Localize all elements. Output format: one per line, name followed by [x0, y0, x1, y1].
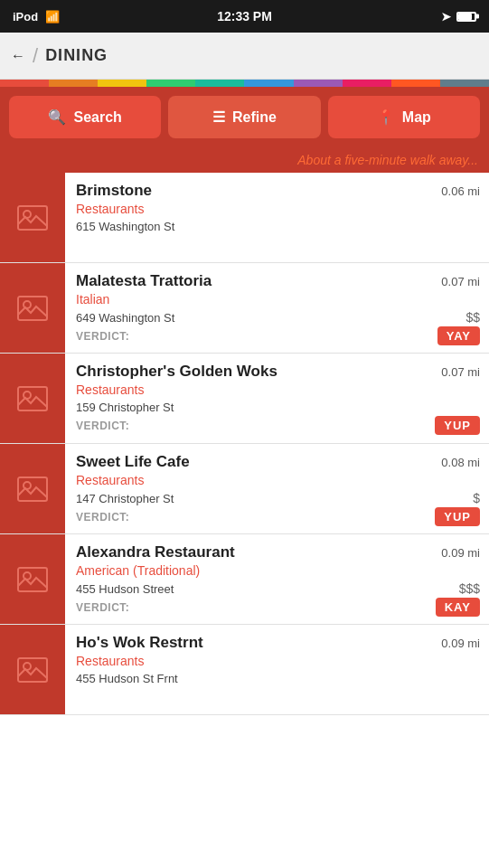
restaurant-distance: 0.08 mi [441, 456, 480, 469]
header-slash: / [33, 44, 38, 68]
verdict-row: VERDICT:KAY [76, 598, 480, 617]
wifi-icon: 📶 [45, 10, 60, 24]
restaurant-footer: 159 Christopher St [76, 401, 480, 414]
status-right: ➤ [441, 10, 476, 24]
restaurant-info: Ho's Wok Restrnt0.09 miRestaurants455 Hu… [65, 625, 489, 714]
verdict-badge: KAY [436, 598, 480, 617]
refine-icon: ☰ [212, 108, 225, 126]
map-button[interactable]: 📍 Map [328, 96, 480, 138]
restaurant-thumb [0, 354, 65, 443]
restaurant-name-row: Malatesta Trattoria0.07 mi [76, 272, 480, 290]
verdict-label: VERDICT: [76, 511, 129, 524]
page-title: DINING [45, 46, 108, 65]
restaurant-category: American (Traditional) [76, 563, 480, 578]
restaurant-address: 159 Christopher St [76, 401, 174, 414]
svg-rect-10 [18, 658, 47, 682]
restaurant-address: 649 Washington St [76, 311, 174, 325]
restaurant-name: Brimstone [76, 182, 434, 200]
restaurant-name: Christopher's Golden Woks [76, 363, 434, 381]
location-icon: ➤ [441, 10, 451, 24]
list-item[interactable]: Malatesta Trattoria0.07 miItalian649 Was… [0, 263, 489, 354]
restaurant-distance: 0.06 mi [441, 184, 480, 198]
svg-rect-2 [18, 297, 47, 320]
restaurant-thumb [0, 173, 65, 262]
verdict-label: VERDICT: [76, 420, 129, 432]
svg-rect-6 [18, 477, 47, 501]
promo-banner: About a five-minute walk away... [0, 147, 489, 173]
restaurant-name-row: Brimstone0.06 mi [76, 182, 480, 200]
restaurant-thumb [0, 625, 65, 714]
action-buttons: 🔍 Search ☰ Refine 📍 Map [0, 87, 489, 147]
back-icon: ← [11, 48, 25, 64]
restaurant-distance: 0.07 mi [441, 275, 480, 288]
restaurant-address: 147 Christopher St [76, 492, 174, 505]
restaurant-address: 455 Hudson Street [76, 582, 174, 596]
restaurant-category: Restaurants [76, 654, 480, 668]
refine-button[interactable]: ☰ Refine [168, 96, 320, 138]
restaurant-footer: 455 Hudson Street$$$ [76, 581, 480, 596]
restaurant-name: Alexandra Restaurant [76, 543, 434, 561]
restaurant-footer: 147 Christopher St$ [76, 491, 480, 505]
restaurant-thumb [0, 534, 65, 624]
device-label: iPod [13, 10, 38, 24]
svg-rect-0 [18, 206, 47, 230]
refine-label: Refine [232, 109, 277, 126]
search-button[interactable]: 🔍 Search [9, 96, 161, 138]
header: ← / DINING [0, 33, 489, 80]
restaurant-price: $$$ [459, 581, 480, 596]
list-item[interactable]: Christopher's Golden Woks0.07 miRestaura… [0, 354, 489, 444]
verdict-badge: YAY [437, 326, 480, 345]
verdict-row: VERDICT:YUP [76, 416, 480, 435]
restaurant-info: Brimstone0.06 miRestaurants615 Washingto… [65, 173, 489, 262]
restaurant-name: Sweet Life Cafe [76, 453, 434, 471]
restaurant-name: Malatesta Trattoria [76, 272, 434, 290]
status-bar: iPod 📶 12:33 PM ➤ [0, 0, 489, 33]
verdict-row: VERDICT:YUP [76, 507, 480, 526]
restaurant-distance: 0.09 mi [441, 637, 480, 650]
status-left: iPod 📶 [13, 10, 60, 24]
restaurant-address: 615 Washington St [76, 220, 174, 233]
verdict-badge: YUP [435, 416, 480, 435]
restaurant-info: Christopher's Golden Woks0.07 miRestaura… [65, 354, 489, 443]
map-icon: 📍 [377, 108, 395, 126]
svg-rect-4 [18, 387, 47, 410]
restaurant-footer: 455 Hudson St Frnt [76, 672, 480, 685]
restaurant-name-row: Ho's Wok Restrnt0.09 mi [76, 634, 480, 652]
restaurant-name: Ho's Wok Restrnt [76, 634, 434, 652]
verdict-label: VERDICT: [76, 330, 129, 343]
battery-icon [456, 12, 476, 22]
restaurant-info: Sweet Life Cafe0.08 miRestaurants147 Chr… [65, 444, 489, 533]
back-button[interactable]: ← [11, 48, 25, 64]
restaurant-name-row: Sweet Life Cafe0.08 mi [76, 453, 480, 471]
clock: 12:33 PM [217, 9, 272, 24]
verdict-label: VERDICT: [76, 601, 129, 614]
restaurant-footer: 649 Washington St$$ [76, 310, 480, 325]
list-item[interactable]: Brimstone0.06 miRestaurants615 Washingto… [0, 173, 489, 263]
restaurant-distance: 0.07 mi [441, 365, 480, 379]
search-label: Search [73, 109, 121, 126]
restaurant-footer: 615 Washington St [76, 220, 480, 233]
restaurant-info: Malatesta Trattoria0.07 miItalian649 Was… [65, 263, 489, 353]
restaurant-name-row: Alexandra Restaurant0.09 mi [76, 543, 480, 561]
restaurant-info: Alexandra Restaurant0.09 miAmerican (Tra… [65, 534, 489, 624]
promo-text: About a five-minute walk away... [297, 153, 478, 167]
list-item[interactable]: Ho's Wok Restrnt0.09 miRestaurants455 Hu… [0, 625, 489, 715]
restaurant-category: Italian [76, 292, 480, 307]
svg-rect-8 [18, 568, 47, 591]
restaurant-thumb [0, 263, 65, 353]
restaurant-price: $ [473, 491, 480, 505]
color-bar [0, 80, 489, 87]
restaurant-price: $$ [465, 310, 480, 325]
restaurant-name-row: Christopher's Golden Woks0.07 mi [76, 363, 480, 381]
verdict-badge: YUP [435, 507, 480, 526]
list-item[interactable]: Sweet Life Cafe0.08 miRestaurants147 Chr… [0, 444, 489, 534]
restaurant-list: Brimstone0.06 miRestaurants615 Washingto… [0, 173, 489, 715]
restaurant-thumb [0, 444, 65, 533]
restaurant-category: Restaurants [76, 382, 480, 397]
list-item[interactable]: Alexandra Restaurant0.09 miAmerican (Tra… [0, 534, 489, 625]
restaurant-category: Restaurants [76, 473, 480, 487]
restaurant-address: 455 Hudson St Frnt [76, 672, 178, 685]
verdict-row: VERDICT:YAY [76, 326, 480, 345]
search-icon: 🔍 [48, 108, 66, 126]
map-label: Map [402, 109, 431, 126]
